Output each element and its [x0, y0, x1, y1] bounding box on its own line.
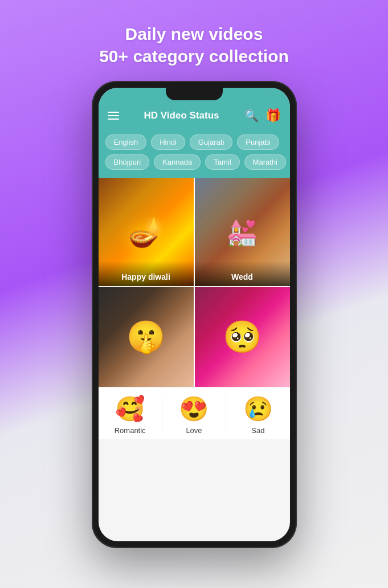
lang-punjabi[interactable]: Punjabi — [237, 134, 279, 150]
lang-tamil[interactable]: Tamil — [205, 154, 239, 170]
language-row-1: English Hindi Gujarati Punjabi — [105, 134, 283, 150]
wedding-label: Wedd — [195, 261, 290, 286]
gift-icon[interactable]: 🎁 — [266, 108, 281, 123]
lang-marathi[interactable]: Marathi — [244, 154, 286, 170]
diwali-candle-icon: 🪔 — [128, 215, 164, 248]
lang-kannada[interactable]: Kannada — [154, 154, 201, 170]
search-icon[interactable]: 🔍 — [244, 109, 259, 122]
girl1-bg: 🤫 — [99, 287, 194, 387]
sad-icon: 😢 — [243, 395, 273, 423]
category-romantic[interactable]: 🥰 Romantic — [99, 395, 162, 435]
love-label: Love — [186, 426, 202, 435]
phone-notch — [166, 88, 223, 100]
girl2-bg: 🥺 — [195, 287, 290, 387]
lang-gujarati[interactable]: Gujarati — [190, 134, 233, 150]
header-icons: 🔍 🎁 — [244, 108, 281, 123]
girl2-emoji-icon: 🥺 — [223, 318, 262, 356]
phone-screen: HD Video Status 🔍 🎁 English Hindi Gujara… — [99, 88, 290, 541]
love-icon: 😍 — [179, 395, 209, 423]
lang-hindi[interactable]: Hindi — [151, 134, 185, 150]
emoji-category-row: 🥰 Romantic 😍 Love 😢 Sad — [99, 388, 290, 439]
video-card-girl2[interactable]: 🥺 — [195, 287, 290, 387]
diwali-label: Happy diwali — [99, 261, 194, 286]
hero-line2: 50+ category collection — [99, 45, 289, 67]
lang-bhojpuri[interactable]: Bhojpuri — [105, 154, 150, 170]
app-title: HD Video Status — [144, 110, 219, 121]
language-section: English Hindi Gujarati Punjabi Bhojpuri … — [99, 130, 290, 178]
wedding-emoji-icon: 💒 — [226, 217, 258, 247]
category-sad[interactable]: 😢 Sad — [226, 395, 289, 435]
phone-mockup: HD Video Status 🔍 🎁 English Hindi Gujara… — [92, 81, 297, 548]
girl1-emoji-icon: 🤫 — [126, 318, 166, 356]
video-card-wedding[interactable]: 💒 Wedd — [195, 178, 290, 286]
romantic-icon: 🥰 — [115, 395, 145, 423]
phone-frame: HD Video Status 🔍 🎁 English Hindi Gujara… — [92, 81, 297, 548]
lang-english[interactable]: English — [105, 134, 147, 150]
hero-text: Daily new videos 50+ category collection — [99, 23, 289, 67]
video-card-girl1[interactable]: 🤫 — [99, 287, 194, 387]
language-row-2: Bhojpuri Kannada Tamil Marathi — [105, 154, 283, 170]
sad-label: Sad — [251, 426, 264, 435]
hero-line1: Daily new videos — [99, 23, 289, 45]
video-grid-bottom: 🤫 🥺 — [99, 287, 290, 387]
category-love[interactable]: 😍 Love — [162, 395, 226, 435]
video-card-diwali[interactable]: 🪔 Happy diwali — [99, 178, 194, 286]
romantic-label: Romantic — [115, 426, 146, 435]
hamburger-menu-icon[interactable] — [108, 112, 119, 120]
video-grid-top: 🪔 Happy diwali 💒 Wedd — [99, 178, 290, 286]
